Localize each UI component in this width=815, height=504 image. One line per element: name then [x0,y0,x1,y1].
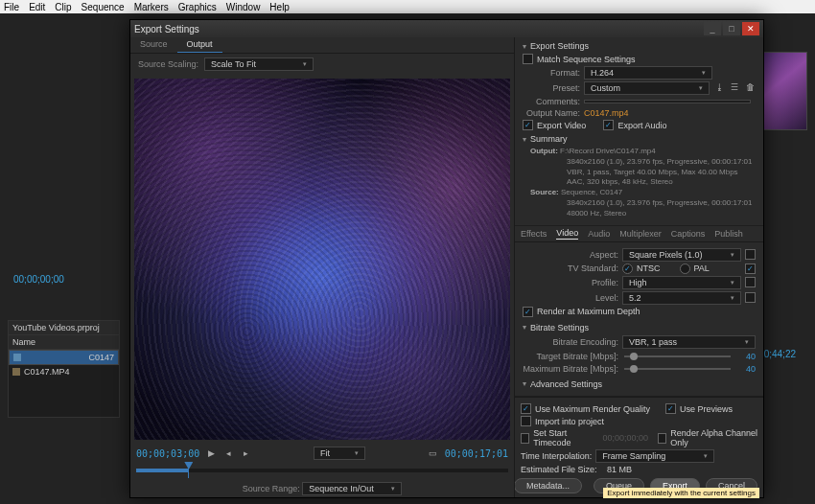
menu-edit[interactable]: Edit [29,2,45,12]
max-render-quality-checkbox[interactable] [521,403,531,414]
profile-label: Profile: [523,278,618,287]
menu-sequence[interactable]: Sequence [82,2,125,12]
preset-select[interactable]: Custom▾ [584,81,710,95]
subtab-multiplexer[interactable]: Multiplexer [619,229,662,239]
minimize-button[interactable]: _ [704,22,721,35]
use-previews-checkbox[interactable] [665,403,676,414]
aspect-select[interactable]: Square Pixels (1.0)▾ [622,248,741,262]
aspect-lock[interactable] [745,249,756,260]
source-range-select[interactable]: Sequence In/Out▾ [302,482,402,495]
start-timecode-value: 00;00;00;00 [603,433,649,443]
level-select[interactable]: 5.2▾ [622,291,741,305]
target-bitrate-slider[interactable] [624,355,731,357]
source-range-label: Source Range: [243,484,300,493]
tab-output[interactable]: Output [177,37,222,53]
dialog-title: Export Settings [134,24,199,34]
import-project-checkbox[interactable] [521,416,531,426]
export-audio-checkbox[interactable] [603,120,614,130]
project-item-clip[interactable]: C0147.MP4 [9,365,119,378]
tvstd-label: TV Standard: [523,263,618,273]
menu-help[interactable]: Help [269,2,290,12]
scrubber[interactable] [136,463,508,480]
summary-text: Output: F:\Record Drive\C0147.mp4 3840x2… [523,147,756,219]
project-panel: YouTube Videos.prproj Name C0147 C0147.M… [8,320,120,418]
timecode-in[interactable]: 00;00;03;00 [136,448,199,459]
alpha-checkbox[interactable] [658,433,666,444]
aspect-toggle[interactable]: ▭ [428,448,439,458]
twirl-icon[interactable]: ▾ [523,323,526,332]
time-interp-select[interactable]: Frame Sampling▾ [595,449,714,463]
ntsc-radio[interactable] [622,263,633,274]
profile-lock[interactable] [745,277,756,287]
play-button[interactable]: ▶ [205,448,217,458]
maximize-button[interactable]: □ [723,22,740,35]
close-button[interactable]: ✕ [742,22,759,35]
export-tooltip: Export immediately with the current sett… [603,488,759,497]
timecode-out[interactable]: 00;00;17;01 [445,448,508,459]
max-depth-checkbox[interactable] [523,307,533,317]
level-label: Level: [523,293,618,303]
max-bitrate-slider[interactable] [624,368,731,370]
export-video-label: Export Video [537,121,586,130]
dialog-footer: Use Maximum Render Quality Use Previews … [515,397,763,497]
metadata-button[interactable]: Metadata... [515,478,582,493]
level-lock[interactable] [745,292,756,303]
video-preview[interactable] [134,79,510,440]
use-previews-label: Use Previews [680,404,733,414]
tab-source[interactable]: Source [130,37,177,53]
export-video-checkbox[interactable] [523,120,533,130]
source-scaling-label: Source Scaling: [138,59,198,69]
source-scaling-select[interactable]: Scale To Fit▾ [204,57,314,71]
estimated-size-label: Estimated File Size: [521,465,597,474]
preview-tabs: Source Output [130,37,514,54]
menu-graphics[interactable]: Graphics [178,2,217,12]
pal-label: PAL [694,263,710,274]
bitrate-encoding-select[interactable]: VBR, 1 pass▾ [622,335,756,349]
playhead[interactable] [188,463,189,478]
subtab-captions[interactable]: Captions [671,229,706,239]
subtab-audio[interactable]: Audio [588,229,610,239]
step-fwd-button[interactable]: ▸ [240,448,251,458]
import-preset-icon[interactable]: ☰ [729,82,740,94]
start-timecode-label: Set Start Timecode [533,428,593,447]
match-sequence-label: Match Sequence Settings [537,55,636,64]
subtab-effects[interactable]: Effects [521,229,547,239]
menu-file[interactable]: File [4,2,19,12]
delete-preset-icon[interactable]: 🗑 [744,82,756,94]
twirl-icon[interactable]: ▾ [523,42,526,51]
settings-pane: ▾Export Settings Match Sequence Settings… [515,37,763,497]
step-back-button[interactable]: ◂ [222,448,234,458]
subtab-video[interactable]: Video [556,228,578,240]
alpha-label: Render Alpha Channel Only [670,428,757,447]
zoom-fit-select[interactable]: Fit▾ [314,447,365,460]
transport-bar: 00;00;03;00 ▶ ◂ ▸ Fit▾ ▭ 00;00;17;01 [130,444,514,463]
comments-input[interactable] [584,100,751,103]
pal-radio[interactable] [680,263,690,274]
item-label: C0147.MP4 [24,367,70,377]
format-select[interactable]: H.264▾ [584,66,712,80]
profile-select[interactable]: High▾ [622,276,741,289]
tvstd-lock[interactable] [745,263,756,274]
twirl-icon[interactable]: ▾ [523,379,526,388]
import-project-label: Import into project [535,417,604,426]
export-audio-label: Export Audio [617,121,666,130]
subtab-publish[interactable]: Publish [714,229,743,239]
item-label: C0147 [88,353,114,362]
advanced-header: Advanced Settings [530,379,602,389]
dialog-titlebar: Export Settings _ □ ✕ [130,20,763,37]
twirl-icon[interactable]: ▾ [523,135,526,144]
max-bitrate-value[interactable]: 40 [736,364,756,374]
menu-window[interactable]: Window [226,2,261,12]
save-preset-icon[interactable]: ⭳ [713,82,725,94]
start-timecode-checkbox[interactable] [521,433,529,444]
output-name-link[interactable]: C0147.mp4 [584,108,629,118]
app-menubar: File Edit Clip Sequence Markers Graphics… [0,0,815,13]
target-bitrate-value[interactable]: 40 [736,352,756,361]
project-item-sequence[interactable]: C0147 [9,350,119,365]
preset-label: Preset: [523,83,580,93]
menu-markers[interactable]: Markers [134,2,169,12]
menu-clip[interactable]: Clip [55,2,71,12]
bitrate-encoding-label: Bitrate Encoding: [523,337,618,347]
match-sequence-checkbox[interactable] [523,54,533,64]
max-bitrate-label: Maximum Bitrate [Mbps]: [523,364,618,374]
